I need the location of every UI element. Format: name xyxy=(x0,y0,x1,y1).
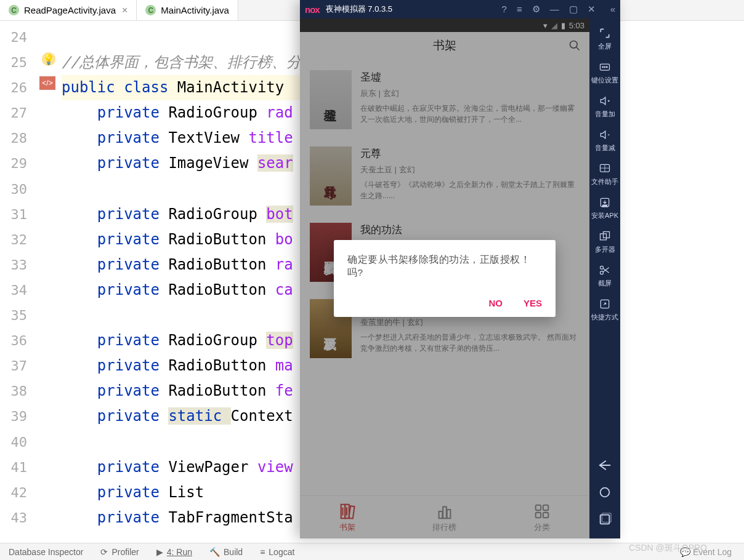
volume-up-icon xyxy=(599,95,611,107)
sidebar-item-fullscreen[interactable]: 全屏 xyxy=(589,22,620,56)
svg-point-26 xyxy=(600,488,610,497)
sidebar-item-apk[interactable]: APK安装APK xyxy=(589,191,620,225)
tab-label: ReadPageActivity.java xyxy=(24,5,116,15)
phone-screen: ▾ ◢ ▮ 5:03 书架 圣墟 圣墟 辰东 | 玄幻 在破败中崛起，在寂灭中复… xyxy=(300,18,589,538)
java-class-icon: C xyxy=(145,5,156,15)
svg-point-17 xyxy=(607,66,608,68)
help-icon[interactable]: ? xyxy=(502,4,507,15)
close-icon[interactable]: × xyxy=(122,5,127,16)
dialog-message: 确定要从书架移除我的功法，正版授权！吗? xyxy=(347,254,542,279)
tab-read-page-activity[interactable]: C ReadPageActivity.java × xyxy=(0,0,137,20)
svg-point-15 xyxy=(602,66,604,68)
fullscreen-icon xyxy=(599,27,611,39)
profiler-label: Profiler xyxy=(111,547,139,557)
code-editor[interactable]: //总体界面，包含书架、排行榜、分public class MainActivi… xyxy=(62,21,301,530)
confirm-dialog: 确定要从书架移除我的功法，正版授权！吗? NO YES xyxy=(334,240,556,317)
build-label: Build xyxy=(224,547,243,557)
line-numbers-gutter: 2425262728293031323334353637383940414243 xyxy=(0,21,36,530)
build-tab[interactable]: 🔨Build xyxy=(201,547,251,557)
back-icon[interactable] xyxy=(598,458,612,472)
db-inspector-tab[interactable]: Database Inspector xyxy=(0,547,92,557)
sidebar-label: 截屏 xyxy=(598,279,612,288)
sidebar-item-volume-up[interactable]: 音量加 xyxy=(589,90,620,124)
modal-overlay: 确定要从书架移除我的功法，正版授权！吗? NO YES xyxy=(300,18,589,538)
svg-text:APK: APK xyxy=(602,204,608,207)
watermark: CSDN @斑斗QPRO xyxy=(629,543,707,554)
maximize-icon[interactable]: ▢ xyxy=(569,4,578,15)
sidebar-label: 快捷方式 xyxy=(591,313,618,322)
emulator-title: 夜神模拟器 7.0.3.5 xyxy=(326,4,392,15)
sidebar-label: 文件助手 xyxy=(591,177,618,186)
sidebar-item-volume-down[interactable]: 音量减 xyxy=(589,124,620,158)
logcat-tab[interactable]: ≡Logcat xyxy=(251,547,303,557)
recents-icon[interactable] xyxy=(598,513,612,526)
keymap-icon xyxy=(599,61,611,73)
close-icon[interactable]: ✕ xyxy=(588,4,596,15)
home-icon[interactable] xyxy=(598,486,612,499)
sidebar-label: 键位设置 xyxy=(591,76,618,85)
nox-logo-icon: nox xyxy=(305,4,320,15)
sidebar-label: 音量加 xyxy=(595,110,615,119)
gutter-icons: 💡 </> xyxy=(36,21,62,530)
volume-down-icon xyxy=(599,129,611,141)
menu-icon[interactable]: ≡ xyxy=(517,4,522,15)
profiler-tab[interactable]: ⟳Profiler xyxy=(92,547,147,557)
dialog-no-button[interactable]: NO xyxy=(488,298,503,308)
collapse-sidebar-icon[interactable]: « xyxy=(610,4,615,15)
sidebar-item-scissors[interactable]: 截屏 xyxy=(589,259,620,293)
multi-icon xyxy=(599,230,611,242)
gear-icon[interactable]: ⚙ xyxy=(532,4,540,15)
gutter-class-icon[interactable]: </> xyxy=(39,76,55,90)
emulator-titlebar[interactable]: nox 夜神模拟器 7.0.3.5 ? ≡ ⚙ — ▢ ✕ « xyxy=(300,0,620,18)
svg-point-16 xyxy=(604,66,605,68)
sidebar-label: 音量减 xyxy=(595,143,615,153)
run-tab[interactable]: ▶4: Run xyxy=(148,547,201,557)
apk-icon: APK xyxy=(599,196,611,209)
emulator-window: nox 夜神模拟器 7.0.3.5 ? ≡ ⚙ — ▢ ✕ « ▾ ◢ ▮ 5:… xyxy=(300,0,620,538)
sidebar-label: 全屏 xyxy=(598,42,612,51)
intention-bulb-icon[interactable]: 💡 xyxy=(42,52,55,66)
scissors-icon xyxy=(599,264,611,276)
emulator-sidebar: 全屏键位设置音量加音量减文件助手APK安装APK多开器截屏快捷方式 xyxy=(589,18,620,538)
tab-label: MainActivity.java xyxy=(161,5,229,15)
dialog-yes-button[interactable]: YES xyxy=(524,298,542,308)
sidebar-label: 多开器 xyxy=(595,245,615,254)
minimize-icon[interactable]: — xyxy=(550,4,559,15)
java-class-icon: C xyxy=(9,5,19,15)
shortcut-icon xyxy=(599,298,611,310)
logcat-label: Logcat xyxy=(269,547,294,557)
sidebar-item-shortcut[interactable]: 快捷方式 xyxy=(589,293,620,327)
tab-main-activity[interactable]: C MainActivity.java xyxy=(137,0,238,20)
sidebar-item-multi[interactable]: 多开器 xyxy=(589,225,620,259)
run-label: 4: Run xyxy=(167,547,192,557)
db-inspector-label: Database Inspector xyxy=(9,547,83,557)
sidebar-item-folder[interactable]: 文件助手 xyxy=(589,158,620,191)
sidebar-item-keymap[interactable]: 键位设置 xyxy=(589,56,620,90)
folder-icon xyxy=(599,162,611,175)
sidebar-label: 安装APK xyxy=(591,211,618,220)
